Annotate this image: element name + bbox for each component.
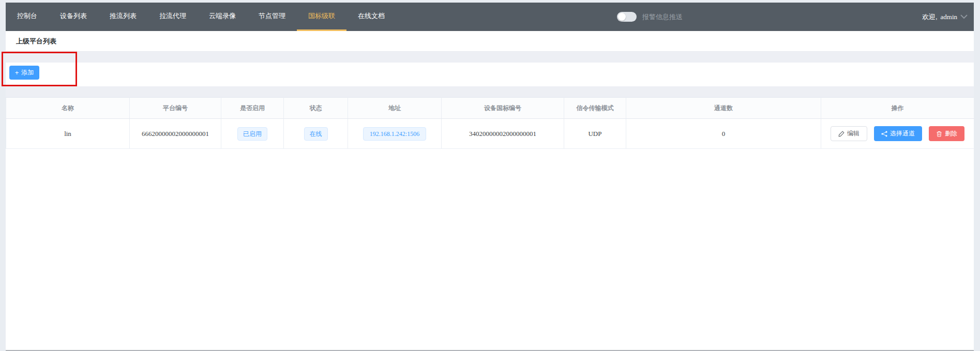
delete-button[interactable]: 删除 (929, 126, 964, 141)
cell-enabled: 已启用 (221, 119, 284, 149)
col-header-enabled: 是否启用 (221, 98, 284, 119)
col-header-address: 地址 (348, 98, 442, 119)
nav-item-cloud-record[interactable]: 云端录像 (198, 3, 247, 31)
page-title: 上级平台列表 (16, 37, 56, 46)
title-bar: 上级平台列表 (6, 31, 974, 52)
delete-button-label: 删除 (945, 129, 957, 138)
platform-table: 名称 平台编号 是否启用 状态 地址 设备国标编号 信令传输模式 通道数 操作 … (6, 97, 974, 149)
top-navbar: 控制台 设备列表 推流列表 拉流代理 云端录像 节点管理 国标级联 在线文档 报… (6, 3, 974, 31)
col-header-name: 名称 (6, 98, 130, 119)
row-actions: 编辑 选择通道 (821, 126, 974, 141)
col-header-transport-mode: 信令传输模式 (564, 98, 626, 119)
section-gap (6, 52, 974, 63)
col-header-actions: 操作 (821, 98, 974, 119)
edit-button-label: 编辑 (847, 129, 860, 138)
nav-item-device-list[interactable]: 设备列表 (49, 3, 98, 31)
enabled-badge: 已启用 (237, 127, 267, 141)
nav-item-push-list[interactable]: 推流列表 (98, 3, 148, 31)
nav-item-node-manage[interactable]: 节点管理 (247, 3, 297, 31)
nav-item-label: 推流列表 (110, 11, 137, 21)
alarm-push-label: 报警信息推送 (642, 12, 683, 22)
pencil-icon (838, 131, 845, 137)
welcome-text: 欢迎, (922, 12, 938, 22)
col-header-platform-id: 平台编号 (130, 98, 221, 119)
nav-item-label: 控制台 (17, 11, 37, 21)
nav-item-console[interactable]: 控制台 (6, 3, 49, 31)
cell-device-gb-id: 34020000002000000001 (442, 119, 564, 149)
col-header-status: 状态 (284, 98, 348, 119)
nav-item-label: 设备列表 (60, 11, 87, 21)
trash-icon (936, 131, 942, 137)
cell-transport-mode: UDP (564, 119, 626, 149)
nav-item-label: 节点管理 (259, 11, 285, 21)
alarm-push-group: 报警信息推送 (617, 3, 683, 31)
section-gap (6, 86, 974, 97)
nav-item-label: 在线文档 (358, 11, 385, 21)
username-text: admin (941, 13, 958, 21)
toolbar: + 添加 (6, 63, 974, 86)
select-channel-button-label: 选择通道 (890, 129, 915, 138)
nav-item-label: 拉流代理 (159, 11, 186, 21)
add-button-label: 添加 (21, 68, 34, 77)
cell-actions: 编辑 选择通道 (821, 119, 974, 149)
cell-address: 192.168.1.242:1506 (348, 119, 442, 149)
nav-item-gb-cascade[interactable]: 国标级联 (297, 3, 346, 31)
edit-button[interactable]: 编辑 (831, 126, 867, 141)
col-header-device-gb-id: 设备国标编号 (442, 98, 564, 119)
chevron-down-icon (960, 14, 968, 19)
nav-item-pull-proxy[interactable]: 拉流代理 (148, 3, 198, 31)
nav-item-online-docs[interactable]: 在线文档 (346, 3, 396, 31)
cell-name: lin (6, 119, 130, 149)
status-badge: 在线 (304, 127, 328, 141)
alarm-push-toggle[interactable] (617, 12, 637, 22)
nav-item-label: 国标级联 (308, 11, 335, 21)
table-header-row: 名称 平台编号 是否启用 状态 地址 设备国标编号 信令传输模式 通道数 操作 (6, 98, 974, 119)
col-header-channel-count: 通道数 (626, 98, 821, 119)
share-icon (881, 131, 887, 137)
toggle-knob (618, 13, 626, 21)
cell-channel-count: 0 (626, 119, 821, 149)
table-row: lin 66620000002000000001 已启用 在线 192.168.… (6, 119, 974, 149)
platform-table-section: 名称 平台编号 是否启用 状态 地址 设备国标编号 信令传输模式 通道数 操作 … (6, 97, 974, 350)
address-badge: 192.168.1.242:1506 (363, 127, 426, 141)
add-button[interactable]: + 添加 (9, 66, 39, 80)
user-menu[interactable]: 欢迎, admin (922, 3, 968, 31)
cell-status: 在线 (284, 119, 348, 149)
plus-icon: + (15, 69, 19, 76)
select-channel-button[interactable]: 选择通道 (874, 126, 922, 141)
cell-platform-id: 66620000002000000001 (130, 119, 221, 149)
nav-item-label: 云端录像 (209, 11, 236, 21)
